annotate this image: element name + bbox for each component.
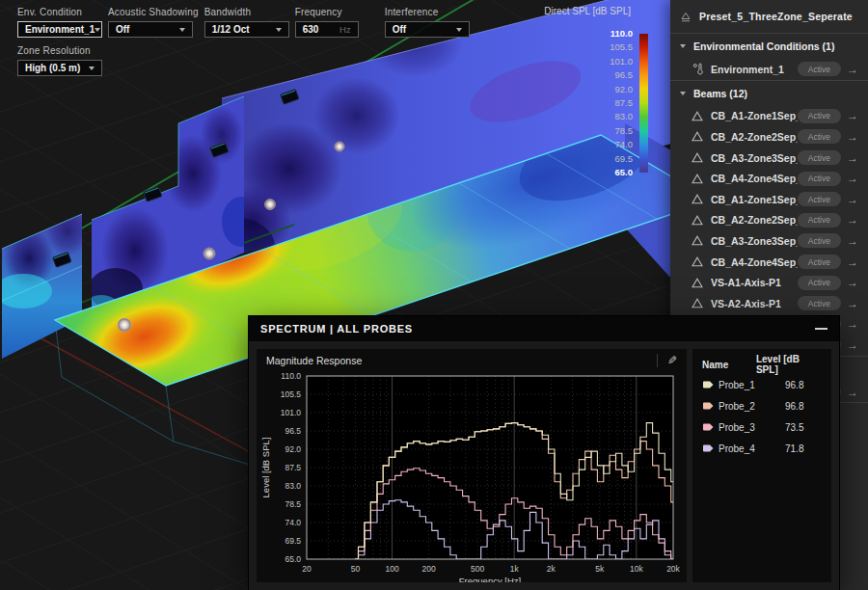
status-badge[interactable]: Active xyxy=(798,213,841,228)
status-badge[interactable]: Active xyxy=(798,276,841,290)
probe-marker[interactable] xyxy=(265,200,276,210)
minimize-icon[interactable] xyxy=(815,328,827,330)
preset-name: Preset_5_ThreeZone_Seperate xyxy=(699,11,853,22)
status-badge[interactable]: Active xyxy=(798,150,841,165)
table-row-probe-2[interactable]: Probe_296.8 xyxy=(702,395,822,416)
beam-icon xyxy=(690,256,705,267)
zone-resolution-select[interactable]: High (0.5 m) xyxy=(17,60,102,76)
status-badge[interactable]: Active xyxy=(798,129,841,144)
sidebar-item-label: VS-A2-Axis-P1 xyxy=(711,298,798,309)
arrow-right-icon[interactable]: → xyxy=(847,131,858,143)
sidebar-item-cb-a1-zone1sep-voice[interactable]: CB_A1-Zone1Sep_VoiceActive→ xyxy=(670,189,868,210)
arrow-right-icon[interactable]: → xyxy=(847,152,858,164)
sidebar-item-label: CB_A3-Zone3Sep_Voice xyxy=(711,235,798,247)
table-row-probe-4[interactable]: Probe_471.8 xyxy=(702,438,822,459)
bandwidth-select[interactable]: 1/12 Oct xyxy=(204,21,289,38)
sidebar-item-cb-a3-zone3sep-pgm[interactable]: CB_A3-Zone3Sep_PGMActive→ xyxy=(670,148,868,169)
beam-icon xyxy=(690,152,705,163)
interference-select[interactable]: Off xyxy=(385,21,470,38)
sidebar-item-cb-a2-zone2sep-voice[interactable]: CB_A2-Zone2Sep_VoiceActive→ xyxy=(670,210,868,231)
legend-tick: 65.0 xyxy=(615,168,634,177)
svg-text:96.5: 96.5 xyxy=(285,426,301,436)
arrow-right-icon[interactable]: → xyxy=(847,235,858,247)
arrow-right-icon[interactable]: → xyxy=(847,387,858,398)
legend-tick: 78.5 xyxy=(615,126,634,136)
beam-icon xyxy=(690,131,705,142)
chevron-down-icon xyxy=(179,28,185,32)
probe-level: 73.5 xyxy=(769,422,803,433)
control-value: Off xyxy=(116,24,129,35)
arrow-right-icon[interactable]: → xyxy=(847,277,858,288)
frequency-input[interactable]: 630Hz xyxy=(295,21,359,38)
probe-marker[interactable] xyxy=(335,142,344,151)
sidebar-item-vs-a2-axis-p1[interactable]: VS-A2-Axis-P1Active→ xyxy=(670,293,868,314)
legend-body: 110.0105.5101.096.592.087.583.078.574.06… xyxy=(532,26,650,180)
arrow-right-icon[interactable]: → xyxy=(847,339,858,351)
status-badge[interactable]: Active xyxy=(798,233,841,248)
arrow-right-icon[interactable]: → xyxy=(847,173,858,184)
control-label: Acoustic Shadowing xyxy=(108,7,199,17)
legend-tick: 87.5 xyxy=(615,98,634,108)
probe-tag-icon xyxy=(702,376,719,393)
arrow-right-icon[interactable]: → xyxy=(847,256,858,268)
chevron-down-icon xyxy=(456,28,462,32)
y-axis-label: Level [dB SPL] xyxy=(260,438,271,498)
status-badge[interactable]: Active xyxy=(798,109,841,123)
spectrum-panel-titlebar[interactable]: SPECTRUM | ALL PROBES xyxy=(249,316,839,341)
svg-text:1k: 1k xyxy=(510,564,520,574)
control-label: Zone Resolution xyxy=(17,45,102,56)
preset-header[interactable]: Preset_5_ThreeZone_Seperate xyxy=(670,0,868,33)
section-header-beams-12[interactable]: Beams (12) xyxy=(670,81,868,106)
sidebar-item-label: CB_A4-Zone4Sep_PGM xyxy=(711,173,798,184)
arrow-right-icon[interactable]: → xyxy=(847,298,858,309)
probe-marker[interactable] xyxy=(118,318,131,332)
control-value: Off xyxy=(393,24,406,35)
probe-rows: Probe_196.8Probe_296.8Probe_373.5Probe_4… xyxy=(702,374,822,459)
legend-tick: 83.0 xyxy=(615,112,634,121)
svg-text:5k: 5k xyxy=(595,564,605,574)
arrow-right-icon[interactable]: → xyxy=(847,110,858,121)
sidebar-item-vs-a1-axis-p1[interactable]: VS-A1-Axis-P1Active→ xyxy=(670,272,868,293)
sidebar-item-cb-a4-zone4sep-voice[interactable]: CB_A4-Zone4Sep_VoiceActive→ xyxy=(670,252,868,273)
legend-tick: 69.5 xyxy=(615,154,634,164)
status-badge[interactable]: Active xyxy=(798,296,841,310)
edit-pencil-icon[interactable]: ✎ xyxy=(667,354,677,367)
probe-name: Probe_4 xyxy=(719,443,769,454)
control-label: Bandwidth xyxy=(204,7,289,17)
column-name: Name xyxy=(702,360,756,370)
beam-icon xyxy=(690,174,705,184)
sidebar-item-cb-a3-zone3sep-voice[interactable]: CB_A3-Zone3Sep_VoiceActive→ xyxy=(670,230,868,252)
spl-color-legend: Direct SPL [dB SPL] 110.0105.5101.096.59… xyxy=(532,6,650,180)
svg-text:78.5: 78.5 xyxy=(285,499,301,509)
sidebar-item-environment-1[interactable]: Environment_1Active→ xyxy=(670,59,868,80)
arrow-right-icon[interactable]: → xyxy=(847,318,858,330)
beam-icon xyxy=(690,235,705,246)
table-row-probe-3[interactable]: Probe_373.5 xyxy=(702,416,822,438)
legend-tick: 105.5 xyxy=(610,42,633,52)
arrow-right-icon[interactable]: → xyxy=(847,64,858,75)
probe-name: Probe_1 xyxy=(719,380,769,390)
control-interference: InterferenceOff xyxy=(385,7,470,38)
status-badge[interactable]: Active xyxy=(798,255,841,269)
probe-marker[interactable] xyxy=(203,248,215,259)
section-header-environmental-conditions-1[interactable]: Environmental Conditions (1) xyxy=(670,34,868,59)
svg-text:92.0: 92.0 xyxy=(285,444,301,454)
sidebar-item-cb-a4-zone4sep-pgm[interactable]: CB_A4-Zone4Sep_PGMActive→ xyxy=(670,168,868,189)
sidebar-item-label: VS-A1-Axis-P1 xyxy=(711,277,798,288)
table-row-probe-1[interactable]: Probe_196.8 xyxy=(702,374,822,395)
sidebar-item-cb-a1-zone1sep-pgm[interactable]: CB_A1-Zone1Sep_PGMActive→ xyxy=(670,106,868,127)
arrow-right-icon[interactable]: → xyxy=(847,214,858,226)
control-acoustic-shadowing: Acoustic ShadowingOff xyxy=(108,7,199,38)
status-badge[interactable]: Active xyxy=(798,192,841,206)
beam-icon xyxy=(690,215,705,226)
env-condition-select[interactable]: Environment_1 xyxy=(17,21,102,38)
control-bandwidth: Bandwidth1/12 Oct xyxy=(204,7,289,38)
status-badge[interactable]: Active xyxy=(798,62,841,76)
acoustic-shadowing-select[interactable]: Off xyxy=(108,21,193,38)
probe-name: Probe_3 xyxy=(719,422,769,433)
arrow-right-icon[interactable]: → xyxy=(847,194,858,205)
sidebar-item-label: Environment_1 xyxy=(711,64,798,75)
x-axis-label: Frequency [Hz] xyxy=(459,576,521,582)
status-badge[interactable]: Active xyxy=(798,172,841,186)
sidebar-item-cb-a2-zone2sep-pgm[interactable]: CB_A2-Zone2Sep_PGMActive→ xyxy=(670,126,868,148)
